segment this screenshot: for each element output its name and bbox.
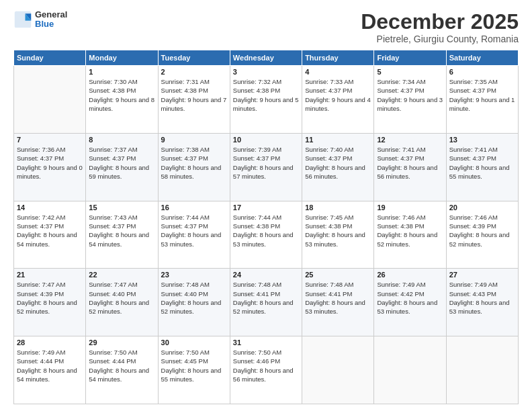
day-info: Sunrise: 7:42 AMSunset: 4:37 PMDaylight:… (17, 213, 83, 248)
day-number: 23 (161, 271, 227, 279)
day-info: Sunrise: 7:41 AMSunset: 4:37 PMDaylight:… (377, 145, 443, 181)
day-info: Sunrise: 7:46 AMSunset: 4:39 PMDaylight:… (449, 213, 515, 248)
calendar-cell: 1Sunrise: 7:30 AMSunset: 4:38 PMDaylight… (86, 66, 158, 134)
calendar-cell: 21Sunrise: 7:47 AMSunset: 4:39 PMDayligh… (14, 269, 86, 336)
day-info: Sunrise: 7:44 AMSunset: 4:37 PMDaylight:… (161, 213, 227, 248)
calendar-week-row: 28Sunrise: 7:49 AMSunset: 4:44 PMDayligh… (14, 336, 519, 404)
weekday-header: Saturday (446, 50, 518, 66)
calendar-cell: 24Sunrise: 7:48 AMSunset: 4:41 PMDayligh… (230, 269, 302, 336)
day-number: 5 (377, 68, 443, 76)
calendar-cell: 22Sunrise: 7:47 AMSunset: 4:40 PMDayligh… (86, 269, 158, 336)
logo-blue: Blue (35, 19, 67, 29)
day-number: 7 (17, 136, 83, 144)
day-number: 2 (161, 68, 227, 76)
calendar-cell: 27Sunrise: 7:49 AMSunset: 4:43 PMDayligh… (446, 269, 518, 336)
day-info: Sunrise: 7:34 AMSunset: 4:37 PMDaylight:… (377, 77, 443, 113)
page: General Blue December 2025 Pietrele, Giu… (0, 0, 532, 411)
day-info: Sunrise: 7:45 AMSunset: 4:38 PMDaylight:… (305, 213, 371, 248)
day-number: 11 (305, 136, 371, 144)
day-number: 13 (449, 136, 515, 144)
day-number: 1 (89, 68, 154, 76)
day-info: Sunrise: 7:38 AMSunset: 4:37 PMDaylight:… (161, 145, 227, 181)
day-number: 26 (377, 271, 443, 279)
calendar-cell (374, 336, 446, 404)
day-number: 22 (89, 271, 154, 279)
day-info: Sunrise: 7:48 AMSunset: 4:40 PMDaylight:… (161, 280, 227, 316)
calendar-cell: 14Sunrise: 7:42 AMSunset: 4:37 PMDayligh… (14, 201, 86, 269)
calendar-cell: 28Sunrise: 7:49 AMSunset: 4:44 PMDayligh… (14, 336, 86, 404)
calendar-week-row: 7Sunrise: 7:36 AMSunset: 4:37 PMDaylight… (14, 133, 519, 201)
day-number: 30 (161, 338, 227, 347)
logo-text: General Blue (35, 10, 67, 30)
day-info: Sunrise: 7:35 AMSunset: 4:37 PMDaylight:… (449, 77, 515, 113)
subtitle: Pietrele, Giurgiu County, Romania (361, 34, 519, 44)
calendar-cell: 7Sunrise: 7:36 AMSunset: 4:37 PMDaylight… (14, 133, 86, 201)
calendar-cell: 11Sunrise: 7:40 AMSunset: 4:37 PMDayligh… (302, 133, 374, 201)
weekday-header: Wednesday (230, 50, 302, 66)
day-info: Sunrise: 7:37 AMSunset: 4:37 PMDaylight:… (89, 145, 154, 181)
logo: General Blue (13, 10, 67, 30)
calendar-cell: 31Sunrise: 7:50 AMSunset: 4:46 PMDayligh… (230, 336, 302, 404)
day-number: 24 (233, 271, 299, 279)
day-number: 19 (377, 203, 443, 212)
logo-icon (13, 10, 32, 29)
calendar-week-row: 21Sunrise: 7:47 AMSunset: 4:39 PMDayligh… (14, 269, 519, 336)
day-info: Sunrise: 7:49 AMSunset: 4:43 PMDaylight:… (449, 280, 515, 316)
day-info: Sunrise: 7:44 AMSunset: 4:38 PMDaylight:… (233, 213, 299, 248)
calendar-cell (446, 336, 518, 404)
calendar-cell: 29Sunrise: 7:50 AMSunset: 4:44 PMDayligh… (86, 336, 158, 404)
calendar-cell: 25Sunrise: 7:48 AMSunset: 4:41 PMDayligh… (302, 269, 374, 336)
calendar-cell: 4Sunrise: 7:33 AMSunset: 4:37 PMDaylight… (302, 66, 374, 134)
day-number: 28 (17, 338, 83, 347)
day-info: Sunrise: 7:39 AMSunset: 4:37 PMDaylight:… (233, 145, 299, 181)
calendar-cell: 13Sunrise: 7:41 AMSunset: 4:37 PMDayligh… (446, 133, 518, 201)
calendar-cell: 5Sunrise: 7:34 AMSunset: 4:37 PMDaylight… (374, 66, 446, 134)
day-info: Sunrise: 7:41 AMSunset: 4:37 PMDaylight:… (449, 145, 515, 181)
header: General Blue December 2025 Pietrele, Giu… (13, 10, 519, 44)
day-info: Sunrise: 7:31 AMSunset: 4:38 PMDaylight:… (161, 77, 227, 113)
day-number: 8 (89, 136, 154, 144)
day-number: 6 (449, 68, 515, 76)
day-number: 21 (17, 271, 83, 279)
calendar-cell: 3Sunrise: 7:32 AMSunset: 4:38 PMDaylight… (230, 66, 302, 134)
day-number: 12 (377, 136, 443, 144)
day-info: Sunrise: 7:32 AMSunset: 4:38 PMDaylight:… (233, 77, 299, 113)
day-info: Sunrise: 7:49 AMSunset: 4:44 PMDaylight:… (17, 348, 83, 383)
day-number: 18 (305, 203, 371, 212)
calendar-cell: 10Sunrise: 7:39 AMSunset: 4:37 PMDayligh… (230, 133, 302, 201)
day-info: Sunrise: 7:46 AMSunset: 4:38 PMDaylight:… (377, 213, 443, 248)
day-number: 31 (233, 338, 299, 347)
weekday-header: Sunday (14, 50, 86, 66)
calendar-cell: 17Sunrise: 7:44 AMSunset: 4:38 PMDayligh… (230, 201, 302, 269)
calendar-cell: 18Sunrise: 7:45 AMSunset: 4:38 PMDayligh… (302, 201, 374, 269)
calendar-cell: 9Sunrise: 7:38 AMSunset: 4:37 PMDaylight… (158, 133, 230, 201)
day-info: Sunrise: 7:47 AMSunset: 4:40 PMDaylight:… (89, 280, 154, 316)
day-number: 27 (449, 271, 515, 279)
calendar-cell: 20Sunrise: 7:46 AMSunset: 4:39 PMDayligh… (446, 201, 518, 269)
calendar-cell: 6Sunrise: 7:35 AMSunset: 4:37 PMDaylight… (446, 66, 518, 134)
calendar-cell: 26Sunrise: 7:49 AMSunset: 4:42 PMDayligh… (374, 269, 446, 336)
calendar-cell (14, 66, 86, 134)
day-info: Sunrise: 7:47 AMSunset: 4:39 PMDaylight:… (17, 280, 83, 316)
calendar-week-row: 14Sunrise: 7:42 AMSunset: 4:37 PMDayligh… (14, 201, 519, 269)
day-info: Sunrise: 7:50 AMSunset: 4:44 PMDaylight:… (89, 348, 154, 383)
day-info: Sunrise: 7:40 AMSunset: 4:37 PMDaylight:… (305, 145, 371, 181)
weekday-header: Friday (374, 50, 446, 66)
logo-general: General (35, 10, 67, 19)
day-info: Sunrise: 7:49 AMSunset: 4:42 PMDaylight:… (377, 280, 443, 316)
weekday-header-row: SundayMondayTuesdayWednesdayThursdayFrid… (14, 50, 519, 66)
calendar-cell: 16Sunrise: 7:44 AMSunset: 4:37 PMDayligh… (158, 201, 230, 269)
day-number: 20 (449, 203, 515, 212)
day-info: Sunrise: 7:48 AMSunset: 4:41 PMDaylight:… (233, 280, 299, 316)
calendar-cell (302, 336, 374, 404)
calendar-cell: 23Sunrise: 7:48 AMSunset: 4:40 PMDayligh… (158, 269, 230, 336)
day-number: 16 (161, 203, 227, 212)
day-info: Sunrise: 7:36 AMSunset: 4:37 PMDaylight:… (17, 145, 83, 181)
calendar-cell: 8Sunrise: 7:37 AMSunset: 4:37 PMDaylight… (86, 133, 158, 201)
day-number: 9 (161, 136, 227, 144)
day-info: Sunrise: 7:33 AMSunset: 4:37 PMDaylight:… (305, 77, 371, 113)
day-info: Sunrise: 7:50 AMSunset: 4:45 PMDaylight:… (161, 348, 227, 383)
day-info: Sunrise: 7:48 AMSunset: 4:41 PMDaylight:… (305, 280, 371, 316)
weekday-header: Tuesday (158, 50, 230, 66)
day-info: Sunrise: 7:43 AMSunset: 4:37 PMDaylight:… (89, 213, 154, 248)
